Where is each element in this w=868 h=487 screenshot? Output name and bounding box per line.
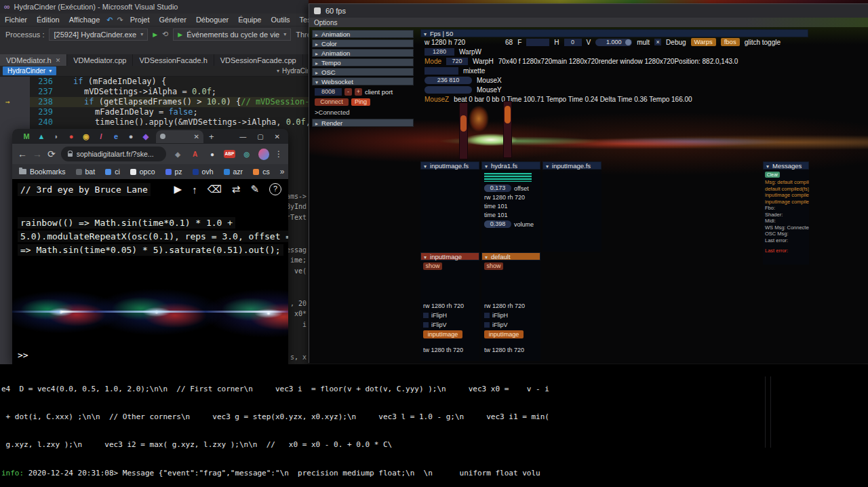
editor-tab[interactable]: VDSessionFacade.cpp	[214, 54, 303, 66]
volume-slider[interactable]: 0.398	[484, 220, 511, 228]
f-input[interactable]	[526, 39, 549, 46]
flipv-checkbox[interactable]	[423, 322, 429, 328]
mousey-slider[interactable]	[425, 86, 472, 94]
continue-icon[interactable]: ▶	[153, 31, 157, 38]
hydra-comment-line[interactable]: // 3rd eye by Bruce Lane	[18, 183, 151, 196]
mode-label[interactable]: Mode	[425, 58, 441, 65]
hydra-code-line[interactable]: => Math.sin(time*0.05) * 5).saturate(0.5…	[18, 244, 283, 256]
panel-header-osc[interactable]: OSC	[312, 68, 414, 76]
editor-tab[interactable]: VDMediator.cpp	[67, 54, 133, 66]
menu-affichage[interactable]: Affichage	[64, 14, 105, 25]
pinned-tab[interactable]: ●	[64, 132, 79, 140]
extension-icon-github[interactable]: ●	[206, 151, 218, 158]
hydra-code-editor[interactable]: rainbow(() => Math.sin(time*0.1) * 1.0 +…	[18, 217, 288, 258]
mixette-input[interactable]	[425, 67, 458, 75]
bookmark-item[interactable]: azr	[224, 168, 243, 176]
extension-icon[interactable]: ◈	[172, 151, 183, 158]
editor-tab[interactable]: VDMediator.h ✕	[0, 54, 67, 66]
fbos-button[interactable]: fbos	[721, 38, 740, 46]
menu-options[interactable]: Options	[314, 19, 337, 26]
debug-checkbox[interactable]: ×	[654, 39, 661, 45]
panel-header-render[interactable]: Render	[312, 119, 414, 127]
port-increment-button[interactable]: +	[355, 88, 362, 96]
window-titlebar[interactable]: inputImage.fs	[420, 161, 479, 170]
flipv-checkbox[interactable]	[484, 322, 490, 328]
shuffle-icon[interactable]: ⇄	[232, 183, 241, 195]
menu-edition[interactable]: Édition	[32, 14, 64, 25]
panel-header-color[interactable]: Color	[312, 39, 414, 47]
pinned-tab[interactable]: ◆	[138, 132, 153, 141]
profile-avatar[interactable]	[258, 149, 269, 160]
volume-vslider[interactable]	[459, 102, 468, 159]
close-button[interactable]: ✕	[275, 133, 280, 140]
minimize-button[interactable]: —	[239, 133, 246, 140]
show-button[interactable]: show	[484, 262, 503, 270]
hydra-code-line[interactable]: 5.0).modulateRepeatX(osc(0.1), reps = 3.…	[18, 231, 288, 242]
mousex-slider[interactable]: 236 810	[425, 77, 472, 84]
line-number[interactable]: 240	[30, 117, 53, 128]
panel-header-websocket[interactable]: Websocket	[312, 77, 414, 85]
menu-projet[interactable]: Projet	[125, 14, 155, 25]
connect-button[interactable]: Connect	[315, 98, 349, 106]
active-tab[interactable]: ✕	[156, 130, 203, 143]
panel-header-animation[interactable]: Animation	[312, 30, 414, 38]
port-decrement-button[interactable]: -	[344, 88, 352, 96]
bookmark-item[interactable]: cs	[253, 168, 270, 176]
nav-forward-icon[interactable]: ↷	[115, 16, 125, 24]
lock-icon[interactable]	[68, 153, 73, 157]
lifecycle-combobox[interactable]: ▶ Événements du cycle de vie ▾	[173, 28, 291, 41]
bookmark-item[interactable]: bat	[76, 168, 96, 176]
h-input[interactable]: 0	[564, 39, 582, 46]
forward-button[interactable]: →	[33, 149, 42, 159]
pinned-tab[interactable]: M	[19, 132, 34, 140]
inputimage-button[interactable]: inputImage	[423, 330, 462, 338]
panel-header-animation-2[interactable]: Animation	[312, 49, 414, 57]
mult-slider[interactable]: 1.000	[595, 39, 632, 46]
extension-icon[interactable]: A	[189, 151, 201, 158]
pinned-tab[interactable]: ▲	[34, 132, 49, 140]
pinned-tab[interactable]: ●	[123, 132, 138, 140]
new-tab-button[interactable]: +	[209, 132, 214, 142]
pinned-tab[interactable]: ◉	[79, 132, 94, 141]
app-titlebar[interactable]: 60 fps	[309, 4, 868, 18]
glitch-toggle-label[interactable]: glitch toggle	[745, 39, 781, 46]
run-icon[interactable]: ▶	[174, 183, 182, 195]
address-bar[interactable]: sophiadigitalart.fr/?ske...	[61, 147, 167, 161]
extension-icon-adblock[interactable]: ABP	[224, 150, 235, 158]
fliph-checkbox[interactable]	[484, 313, 490, 318]
menu-generer[interactable]: Générer	[155, 14, 191, 25]
line-number[interactable]: 236	[30, 77, 53, 87]
bookmark-item[interactable]: ovh	[193, 168, 214, 176]
maximize-button[interactable]: ▢	[257, 133, 263, 140]
menu-outils[interactable]: Outils	[266, 14, 294, 25]
pinned-tab[interactable]: ◗	[49, 132, 64, 140]
warph-input[interactable]: 720	[446, 58, 468, 65]
clear-button[interactable]: Clear	[765, 172, 780, 178]
reload-button[interactable]: ⟳	[47, 149, 56, 159]
window-titlebar[interactable]: inputImage.fs	[542, 161, 601, 170]
help-icon[interactable]: ?	[269, 183, 281, 195]
upload-icon[interactable]: ↑	[192, 184, 197, 195]
window-titlebar[interactable]: Messages	[763, 161, 809, 170]
warpw-input[interactable]: 1280	[425, 48, 454, 56]
type-dropdown[interactable]: ▾ HydraCin	[277, 67, 308, 75]
offset-vslider[interactable]	[503, 101, 512, 158]
bookmark-item[interactable]: pz	[165, 168, 182, 176]
window-titlebar[interactable]: inputImage	[420, 252, 479, 260]
mousez-label[interactable]: MouseZ	[425, 96, 449, 103]
window-titlebar[interactable]: hydra1.fs	[481, 161, 540, 170]
hydra-console-prompt[interactable]: >>	[18, 350, 28, 360]
slider-grab[interactable]	[460, 115, 467, 132]
menu-equipe[interactable]: Équipe	[233, 14, 266, 25]
edit-icon[interactable]: ✎	[250, 183, 259, 195]
refresh-icon[interactable]: ⟲	[162, 30, 168, 39]
slider-knob[interactable]	[625, 39, 631, 45]
warps-button[interactable]: Warps	[691, 38, 716, 46]
menu-deboguer[interactable]: Déboguer	[191, 14, 233, 25]
menu-fichier[interactable]: Fichier	[0, 14, 32, 25]
nav-back-icon[interactable]: ↶	[104, 16, 115, 24]
slider-grab[interactable]	[505, 106, 511, 123]
line-number[interactable]: 238	[30, 97, 53, 107]
project-dropdown[interactable]: HydraCinder ▾	[3, 66, 56, 75]
clear-icon[interactable]: ⌫	[208, 183, 222, 195]
